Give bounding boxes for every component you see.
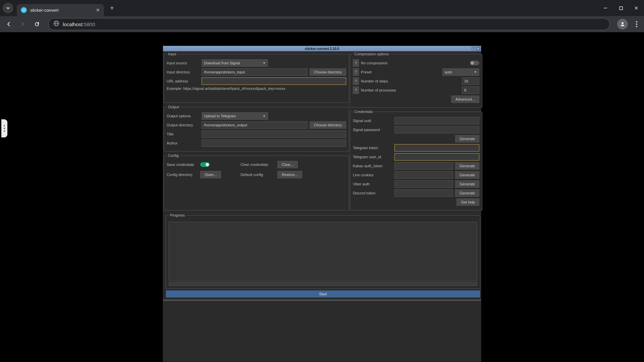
procs-help-button[interactable]: ? xyxy=(353,86,359,94)
input-source-value: Download from Signal xyxy=(204,61,240,65)
window-controls xyxy=(598,3,644,13)
profile-button[interactable] xyxy=(617,19,628,29)
kakao-token-field[interactable] xyxy=(394,162,453,170)
output-directory-field[interactable] xyxy=(202,121,308,129)
progress-log[interactable] xyxy=(169,222,477,281)
output-legend: Output xyxy=(167,105,180,109)
window-close-button[interactable] xyxy=(629,3,644,13)
tab-title: sticker-convert xyxy=(30,8,96,13)
line-generate-button[interactable]: Generate xyxy=(455,171,479,179)
line-cookies-label: Line cookies xyxy=(353,173,392,177)
line-cookies-field[interactable] xyxy=(394,171,453,179)
output-author-field[interactable] xyxy=(202,139,346,147)
chevron-down-icon: ▼ xyxy=(263,114,266,118)
preset-help-button[interactable]: ? xyxy=(353,68,359,76)
app-close-button[interactable]: ✕ xyxy=(476,47,480,51)
telegram-userid-field[interactable] xyxy=(394,153,479,161)
output-choose-directory-button[interactable]: Choose directory xyxy=(310,121,346,129)
signal-password-label: Signal password xyxy=(353,128,392,132)
browser-tab[interactable]: sticker-convert ✕ xyxy=(17,4,104,16)
discord-token-label: Discord token xyxy=(353,191,392,195)
window-maximize-button[interactable] xyxy=(613,3,629,13)
discord-token-field[interactable] xyxy=(394,189,453,197)
clear-credentials-button[interactable]: Clear... xyxy=(277,161,298,168)
compression-legend: Compression options xyxy=(353,52,390,56)
input-source-label: Input source xyxy=(167,61,200,65)
tab-favicon-icon xyxy=(21,7,27,13)
input-directory-field[interactable] xyxy=(202,68,308,76)
preset-value: auto xyxy=(445,70,452,74)
output-options-dropdown[interactable]: Upload to Telegram ▼ xyxy=(202,112,268,120)
telegram-userid-label: Telegram user_id xyxy=(353,155,392,159)
url-address-field[interactable] xyxy=(202,77,346,85)
no-compression-toggle[interactable] xyxy=(470,61,479,65)
output-options-label: Output options xyxy=(167,114,200,118)
window-minimize-button[interactable] xyxy=(598,3,613,13)
chevron-down-icon xyxy=(6,6,10,10)
restore-config-button[interactable]: Restore... xyxy=(277,171,302,178)
progress-bar xyxy=(169,282,477,286)
steps-label: Number of steps xyxy=(361,79,460,83)
start-button[interactable]: Start xyxy=(166,290,480,298)
url-example-hint: Example: https://signal.art/addstickers/… xyxy=(167,86,346,90)
site-info-icon[interactable] xyxy=(53,20,59,28)
credentials-group: Credentials Signal uuid Signal password … xyxy=(350,110,482,210)
tabs-dropdown-button[interactable] xyxy=(3,3,13,13)
kakao-generate-button[interactable]: Generate xyxy=(455,162,479,170)
person-icon xyxy=(620,21,626,27)
input-legend: Input xyxy=(167,52,177,56)
signal-password-field[interactable] xyxy=(394,126,479,133)
config-directory-label: Config directory xyxy=(167,173,200,177)
get-help-button[interactable]: Get help xyxy=(457,198,479,206)
output-options-value: Upload to Telegram xyxy=(204,114,236,118)
nav-back-button[interactable] xyxy=(3,18,15,30)
kakao-token-label: Kakao auth_token xyxy=(353,164,392,168)
config-legend: Config xyxy=(167,154,180,158)
url-host: localhost xyxy=(63,21,83,27)
tab-close-button[interactable]: ✕ xyxy=(96,7,100,13)
viber-generate-button[interactable]: Generate xyxy=(455,180,479,188)
default-config-label: Default config xyxy=(240,173,277,177)
output-author-label: Author xyxy=(167,141,200,145)
output-group: Output Output options Upload to Telegram… xyxy=(164,105,349,152)
save-credentials-label: Save credentials xyxy=(167,163,200,167)
input-source-dropdown[interactable]: Download from Signal ▼ xyxy=(202,59,268,67)
page-viewport: sticker-convert 2.10.0 ▢ ✕ Input Input s… xyxy=(0,32,644,362)
input-group: Input Input source Download from Signal … xyxy=(164,52,349,103)
no-compression-help-button[interactable]: ? xyxy=(353,59,359,67)
signal-uuid-field[interactable] xyxy=(394,117,479,124)
telegram-token-label: Telegram token xyxy=(353,146,392,150)
config-group: Config Save credentials Clear credential… xyxy=(164,154,349,210)
config-open-button[interactable]: Open... xyxy=(200,171,221,178)
procs-label: Number of processes xyxy=(361,88,460,92)
nav-forward-button[interactable] xyxy=(17,18,29,30)
input-choose-directory-button[interactable]: Choose directory xyxy=(310,68,346,76)
steps-help-button[interactable]: ? xyxy=(353,77,359,85)
advanced-button[interactable]: Advanced... xyxy=(451,96,479,103)
discord-generate-button[interactable]: Generate xyxy=(455,189,479,197)
credentials-legend: Credentials xyxy=(353,110,374,114)
output-title-label: Title xyxy=(167,132,200,136)
input-directory-label: Input directory xyxy=(167,70,200,74)
new-tab-button[interactable]: + xyxy=(110,4,114,12)
signal-generate-button[interactable]: Generate xyxy=(455,135,479,142)
procs-field[interactable] xyxy=(462,86,479,94)
progress-legend: Progress xyxy=(169,213,186,217)
url-port: :5800 xyxy=(83,21,95,27)
app-resize-gutter[interactable] xyxy=(163,300,481,301)
browser-toolbar: localhost:5800 xyxy=(0,16,644,32)
no-compression-label: No compression xyxy=(361,61,468,65)
output-title-field[interactable] xyxy=(202,130,346,138)
steps-field[interactable] xyxy=(462,77,479,85)
app-titlebar[interactable]: sticker-convert 2.10.0 ▢ ✕ xyxy=(163,46,481,51)
browser-menu-button[interactable] xyxy=(632,21,641,27)
address-bar[interactable]: localhost:5800 xyxy=(48,18,610,30)
vnc-side-handle[interactable] xyxy=(1,119,7,137)
signal-uuid-label: Signal uuid xyxy=(353,119,392,123)
nav-reload-button[interactable] xyxy=(31,18,43,30)
telegram-token-field[interactable] xyxy=(394,144,479,152)
preset-dropdown[interactable]: auto ▼ xyxy=(442,68,479,76)
app-maximize-button[interactable]: ▢ xyxy=(472,47,476,51)
viber-auth-field[interactable] xyxy=(394,180,453,188)
save-credentials-toggle[interactable] xyxy=(200,162,210,167)
